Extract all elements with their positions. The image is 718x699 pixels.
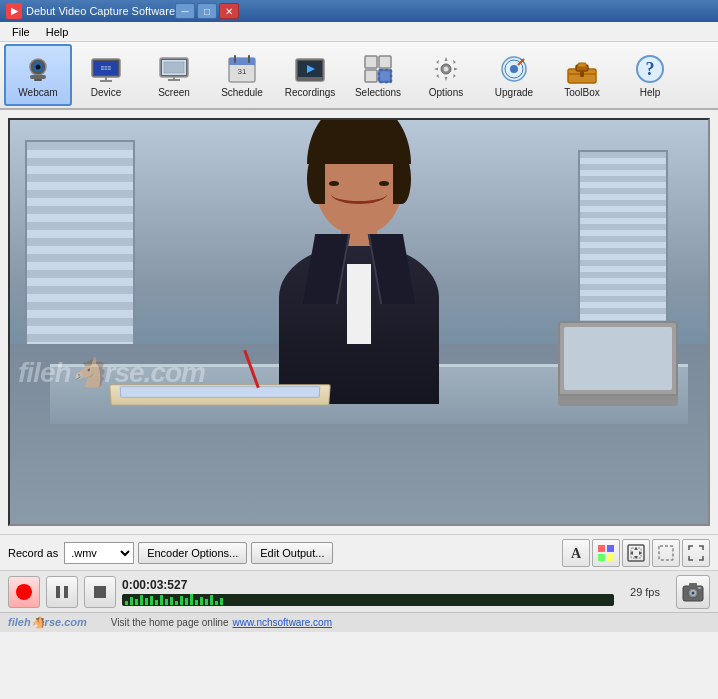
progress-area: 0:00:03:527 bbox=[122, 578, 614, 606]
svg-rect-24 bbox=[298, 77, 322, 81]
title-text: Debut Video Capture Software bbox=[26, 5, 175, 17]
app-icon: ▶ bbox=[6, 3, 22, 19]
svg-rect-48 bbox=[607, 554, 614, 561]
toolbar: Webcam ≡≡≡ Device Screen bbox=[0, 42, 718, 110]
recordings-label: Recordings bbox=[285, 87, 336, 98]
svg-rect-4 bbox=[34, 79, 42, 81]
svg-marker-51 bbox=[634, 547, 638, 550]
window-controls: ─ □ ✕ bbox=[175, 3, 239, 19]
stop-button[interactable] bbox=[84, 576, 116, 608]
help-label: Help bbox=[640, 87, 661, 98]
svg-rect-64 bbox=[698, 587, 701, 589]
filehorse-logo: fileh🐴rse.com bbox=[8, 616, 87, 629]
selections-icon bbox=[362, 53, 394, 85]
device-label: Device bbox=[91, 87, 122, 98]
fps-display: 29 fps bbox=[620, 586, 670, 598]
svg-point-2 bbox=[36, 64, 41, 69]
options-icon bbox=[430, 53, 462, 85]
svg-rect-28 bbox=[379, 70, 391, 82]
svg-point-31 bbox=[444, 66, 449, 71]
device-icon: ≡≡≡ bbox=[90, 53, 122, 85]
svg-point-34 bbox=[510, 65, 518, 73]
footer: fileh🐴rse.com Visit the home page online… bbox=[0, 612, 718, 632]
toolbar-toolbox[interactable]: ToolBox bbox=[548, 44, 616, 106]
svg-rect-63 bbox=[689, 583, 697, 587]
help-menu[interactable]: Help bbox=[38, 24, 77, 40]
svg-rect-47 bbox=[598, 554, 605, 561]
close-button[interactable]: ✕ bbox=[219, 3, 239, 19]
svg-rect-16 bbox=[229, 58, 255, 65]
toolbar-webcam[interactable]: Webcam bbox=[4, 44, 72, 106]
menu-bar: File Help bbox=[0, 22, 718, 42]
zoom-button[interactable] bbox=[622, 539, 650, 567]
selections-label: Selections bbox=[355, 87, 401, 98]
toolbar-device[interactable]: ≡≡≡ Device bbox=[72, 44, 140, 106]
recordings-icon bbox=[294, 53, 326, 85]
toolbar-selections[interactable]: Selections bbox=[344, 44, 412, 106]
video-preview: fileh🐴rse.com bbox=[8, 118, 710, 526]
svg-text:A: A bbox=[571, 546, 582, 561]
video-scene: fileh🐴rse.com bbox=[10, 120, 708, 524]
svg-text:?: ? bbox=[646, 59, 655, 79]
svg-rect-55 bbox=[659, 546, 673, 560]
toolbar-upgrade[interactable]: Upgrade bbox=[480, 44, 548, 106]
help-icon: ? bbox=[634, 53, 666, 85]
footer-url[interactable]: www.nchsoftware.com bbox=[233, 617, 332, 628]
color-adjust-button[interactable] bbox=[592, 539, 620, 567]
control-bar: Record as .wmv .avi .mp4 .flv .mov Encod… bbox=[0, 534, 718, 570]
toolbox-label: ToolBox bbox=[564, 87, 600, 98]
overlay-text-button[interactable]: A bbox=[562, 539, 590, 567]
toolbar-recordings[interactable]: Recordings bbox=[276, 44, 344, 106]
svg-rect-27 bbox=[365, 70, 377, 82]
svg-rect-57 bbox=[64, 586, 68, 598]
toolbox-icon bbox=[566, 53, 598, 85]
toolbar-help[interactable]: ? Help bbox=[616, 44, 684, 106]
schedule-label: Schedule bbox=[221, 87, 263, 98]
upgrade-icon bbox=[498, 53, 530, 85]
svg-rect-46 bbox=[607, 545, 614, 552]
svg-rect-3 bbox=[30, 75, 46, 79]
encoder-options-button[interactable]: Encoder Options... bbox=[138, 542, 247, 564]
maximize-button[interactable]: □ bbox=[197, 3, 217, 19]
webcam-label: Webcam bbox=[18, 87, 57, 98]
fullscreen-button[interactable] bbox=[682, 539, 710, 567]
file-menu[interactable]: File bbox=[4, 24, 38, 40]
svg-rect-26 bbox=[379, 56, 391, 68]
record-as-label: Record as bbox=[8, 547, 58, 559]
svg-text:≡≡≡: ≡≡≡ bbox=[101, 65, 112, 71]
format-select[interactable]: .wmv .avi .mp4 .flv .mov bbox=[64, 542, 134, 564]
snapshot-button[interactable] bbox=[676, 575, 710, 609]
svg-rect-25 bbox=[365, 56, 377, 68]
svg-rect-14 bbox=[164, 62, 184, 73]
webcam-icon bbox=[22, 53, 54, 85]
toolbar-schedule[interactable]: 31 Schedule bbox=[208, 44, 276, 106]
options-label: Options bbox=[429, 87, 463, 98]
pause-button[interactable] bbox=[46, 576, 78, 608]
svg-rect-45 bbox=[598, 545, 605, 552]
footer-visit-text: Visit the home page online bbox=[111, 617, 229, 628]
svg-rect-56 bbox=[56, 586, 60, 598]
svg-rect-41 bbox=[580, 71, 584, 77]
title-bar: ▶ Debut Video Capture Software ─ □ ✕ bbox=[0, 0, 718, 22]
record-button[interactable] bbox=[8, 576, 40, 608]
right-tools: A bbox=[562, 539, 710, 567]
minimize-button[interactable]: ─ bbox=[175, 3, 195, 19]
schedule-icon: 31 bbox=[226, 53, 258, 85]
svg-point-62 bbox=[692, 591, 695, 594]
time-display: 0:00:03:527 bbox=[122, 578, 614, 592]
svg-rect-39 bbox=[578, 63, 586, 67]
crop-button[interactable] bbox=[652, 539, 680, 567]
progress-bar[interactable] bbox=[122, 594, 614, 606]
toolbar-screen[interactable]: Screen bbox=[140, 44, 208, 106]
toolbar-options[interactable]: Options bbox=[412, 44, 480, 106]
screen-icon bbox=[158, 53, 190, 85]
edit-output-button[interactable]: Edit Output... bbox=[251, 542, 333, 564]
svg-rect-58 bbox=[94, 586, 106, 598]
screen-label: Screen bbox=[158, 87, 190, 98]
playback-bar: 0:00:03:527 bbox=[0, 570, 718, 612]
svg-text:31: 31 bbox=[238, 67, 247, 76]
upgrade-label: Upgrade bbox=[495, 87, 533, 98]
